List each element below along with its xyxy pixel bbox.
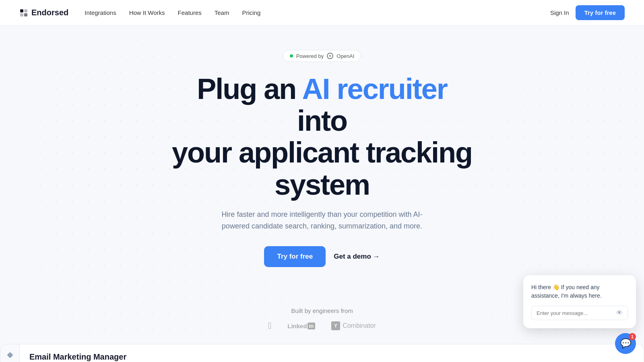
hero-subtitle: Hire faster and more intelligently than … bbox=[217, 209, 427, 232]
svg-rect-3 bbox=[24, 13, 27, 16]
linkedin-in-badge: in bbox=[308, 323, 316, 329]
yc-icon: Y bbox=[331, 321, 340, 330]
navbar-right: Sign In Try for free bbox=[550, 5, 625, 20]
nav-features[interactable]: Features bbox=[178, 9, 202, 16]
apple-logo:  bbox=[268, 321, 271, 331]
signin-button[interactable]: Sign In bbox=[550, 9, 569, 16]
openai-icon bbox=[327, 53, 333, 59]
app-sidebar bbox=[0, 344, 20, 362]
try-free-hero-button[interactable]: Try for free bbox=[264, 246, 326, 267]
chat-message: Hi there 👋 If you need any assistance, I… bbox=[531, 283, 628, 300]
chat-widget: Hi there 👋 If you need any assistance, I… bbox=[523, 275, 636, 354]
hero-cta: Try for free Get a demo → bbox=[8, 246, 636, 267]
svg-rect-1 bbox=[24, 9, 27, 12]
chat-input-row: 👁 bbox=[531, 306, 628, 320]
linkedin-text: Linked bbox=[287, 323, 307, 329]
yc-logo: Y Combinator bbox=[331, 321, 376, 330]
nav-how-it-works[interactable]: How It Works bbox=[129, 9, 165, 16]
nav-team[interactable]: Team bbox=[215, 9, 229, 16]
logo-text: Endorsed bbox=[31, 8, 68, 17]
powered-badge: Powered by OpenAI bbox=[283, 50, 361, 62]
green-dot-icon bbox=[290, 54, 293, 58]
svg-rect-0 bbox=[20, 9, 23, 12]
chat-bubble-button[interactable]: 💬 1 bbox=[615, 333, 636, 354]
openai-text: OpenAI bbox=[336, 53, 354, 59]
chat-box: Hi there 👋 If you need any assistance, I… bbox=[523, 275, 636, 328]
try-free-nav-button[interactable]: Try for free bbox=[576, 5, 625, 20]
linkedin-logo: Linkedin bbox=[287, 323, 315, 329]
navbar: Endorsed Integrations How It Works Featu… bbox=[0, 0, 644, 26]
logo-icon bbox=[19, 8, 28, 17]
sidebar-icon-diamond bbox=[6, 351, 14, 360]
svg-rect-5 bbox=[7, 352, 13, 358]
hero-title-part1: Plug an bbox=[197, 73, 302, 105]
navbar-left: Endorsed Integrations How It Works Featu… bbox=[19, 8, 260, 17]
nav-pricing[interactable]: Pricing bbox=[242, 9, 260, 16]
chat-icon: 💬 bbox=[620, 338, 631, 349]
nav-integrations[interactable]: Integrations bbox=[85, 9, 116, 16]
apple-icon:  bbox=[268, 321, 271, 331]
get-demo-button[interactable]: Get a demo → bbox=[334, 253, 380, 261]
powered-text: Powered by bbox=[296, 53, 324, 59]
hero-title: Plug an AI recruiter intoyour applicant … bbox=[169, 73, 475, 201]
logo-link[interactable]: Endorsed bbox=[19, 8, 68, 17]
eye-icon: 👁 bbox=[616, 309, 623, 317]
hero-title-highlight: AI recruiter bbox=[302, 73, 447, 105]
svg-rect-2 bbox=[20, 13, 23, 16]
chat-notification-badge: 1 bbox=[629, 333, 636, 340]
hero-section: Powered by OpenAI Plug an AI recruiter i… bbox=[0, 26, 644, 307]
hero-title-part2: intoyour applicant trackingsystem bbox=[172, 105, 472, 200]
yc-text: Combinator bbox=[343, 322, 376, 329]
chat-input[interactable] bbox=[537, 310, 613, 316]
nav-links: Integrations How It Works Features Team … bbox=[85, 9, 260, 16]
